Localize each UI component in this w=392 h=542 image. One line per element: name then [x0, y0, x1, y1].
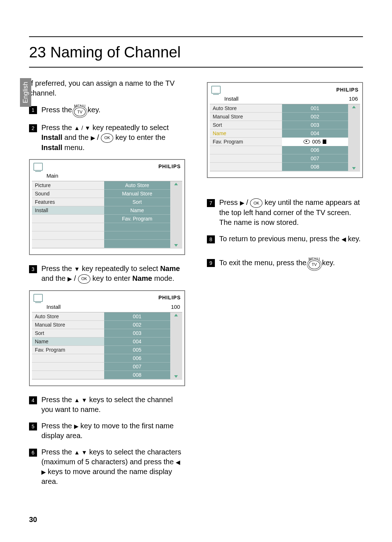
list-item: 007 [282, 154, 348, 163]
list-item: 008 [282, 163, 348, 171]
list-item: 003 [104, 329, 170, 337]
list-item [104, 240, 170, 248]
list-item: 008 [104, 371, 170, 379]
entry-value: 005 [312, 138, 320, 145]
list-item: 001 [104, 312, 170, 321]
step-text: Press [219, 198, 240, 206]
eye-icon [303, 139, 310, 144]
osd-right-list: 001 002 003 004 005 006 007 008 [282, 104, 348, 171]
list-item: 007 [104, 363, 170, 371]
step-8: 8 To return to previous menu, press the … [207, 234, 363, 244]
osd-name-entry-menu: PHILIPS Install 106 Auto Store Manual St… [207, 82, 363, 178]
philips-logo: PHILIPS [159, 163, 181, 170]
list-item: Sound [32, 190, 104, 198]
list-item [210, 146, 282, 154]
step-text: key to enter [93, 274, 132, 282]
step-text: key. [348, 235, 360, 243]
step-text: Press the [41, 396, 74, 404]
page-title: 23 Naming of Channel [29, 44, 363, 61]
list-item [210, 163, 282, 171]
step-number: 7 [207, 199, 215, 207]
list-item: 005 [104, 346, 170, 354]
step-text: To exit the menu, press the [219, 259, 309, 267]
down-arrow-icon: ▼ [74, 266, 80, 272]
step-text: Press the [41, 124, 74, 132]
step-text: key repeatedly to select [93, 124, 169, 132]
step-6: 6 Press the ▲ ▼ keys to select the chara… [29, 447, 185, 486]
osd-title: Main [46, 172, 58, 179]
osd-channel-number: 100 [171, 303, 180, 311]
step-9: 9 To exit the menu, press the MENU TV ke… [207, 258, 363, 269]
list-item: 004 [282, 129, 348, 138]
list-item [32, 231, 104, 240]
list-item: Sort [104, 198, 170, 206]
list-item [32, 215, 104, 223]
list-item: Sort [210, 121, 282, 129]
step-text: Press the [41, 264, 74, 272]
bold-install: Install [41, 133, 62, 141]
step-text: / [74, 274, 78, 282]
cursor-icon [323, 139, 326, 144]
scroll-up-icon [352, 106, 356, 108]
osd-left-list: Auto Store Manual Store Sort Name Fav. P… [210, 104, 282, 171]
list-item: 002 [104, 321, 170, 329]
step-7: 7 Press ▶ / OK key until the name appear… [207, 198, 363, 227]
osd-scrollbar [170, 312, 182, 379]
list-item: Fav. Program [210, 138, 282, 146]
step-number: 8 [207, 235, 215, 243]
step-text: mode. [154, 274, 175, 282]
step-text: key repeatedly to select [82, 264, 160, 272]
left-arrow-icon: ◀ [342, 236, 346, 242]
list-item [210, 154, 282, 163]
step-1: 1 Press the MENU TV key. [29, 105, 185, 116]
left-column: If preferred, you can assign a name to t… [29, 78, 185, 493]
list-item: Name [32, 337, 104, 346]
scroll-down-icon [352, 167, 356, 170]
up-down-arrows: ▲ ▼ [74, 397, 87, 403]
osd-install-menu: PHILIPS Install 100 Auto Store Manual St… [29, 290, 185, 386]
ok-key-icon: OK [101, 133, 113, 143]
list-item: Features [32, 198, 104, 206]
list-item [32, 354, 104, 363]
list-item: Install [32, 206, 104, 215]
list-item: Auto Store [32, 312, 104, 321]
osd-title: Install [224, 95, 238, 102]
list-item [104, 223, 170, 231]
step-text: To return to previous menu, press the [219, 235, 342, 243]
list-item [104, 231, 170, 240]
right-arrow-icon: ▶ [68, 276, 72, 282]
right-arrow-icon: ▶ [91, 135, 95, 141]
list-item: Name [104, 206, 170, 215]
list-item: 006 [282, 146, 348, 154]
right-column: PHILIPS Install 106 Auto Store Manual St… [207, 78, 363, 493]
scroll-up-icon [174, 314, 178, 316]
list-item [32, 240, 104, 248]
list-item: Manual Store [104, 190, 170, 198]
tv-key-icon: TV [309, 260, 320, 269]
step-text: Press the [41, 422, 74, 430]
osd-title: Install [46, 303, 61, 311]
tv-key-icon: TV [74, 108, 86, 116]
step-number: 5 [29, 422, 37, 430]
step-number: 2 [29, 124, 37, 132]
osd-scrollbar [170, 181, 182, 248]
list-item: 004 [104, 337, 170, 346]
step-text: key. [88, 106, 101, 114]
step-text: keys to move around the name display are… [41, 468, 172, 485]
osd-channel-number: 106 [349, 95, 358, 102]
list-item: 003 [282, 121, 348, 129]
intro-text: If preferred, you can assign a name to t… [29, 78, 185, 98]
list-item: Fav. Program [32, 346, 104, 354]
step-text: Press the [41, 106, 74, 114]
osd-main-menu: PHILIPS Main Picture Sound Features Inst… [29, 159, 185, 255]
step-text: and the [64, 133, 90, 141]
right-arrow-icon: ▶ [240, 200, 244, 206]
list-item-selected: Name [210, 129, 282, 138]
philips-logo: PHILIPS [336, 86, 359, 93]
step-text: Press the [41, 448, 74, 456]
osd-left-list: Auto Store Manual Store Sort Name Fav. P… [32, 312, 104, 379]
list-item [32, 223, 104, 231]
step-4: 4 Press the ▲ ▼ keys to select the chann… [29, 395, 185, 414]
page-number: 30 [29, 515, 37, 524]
list-item: Manual Store [32, 321, 104, 329]
